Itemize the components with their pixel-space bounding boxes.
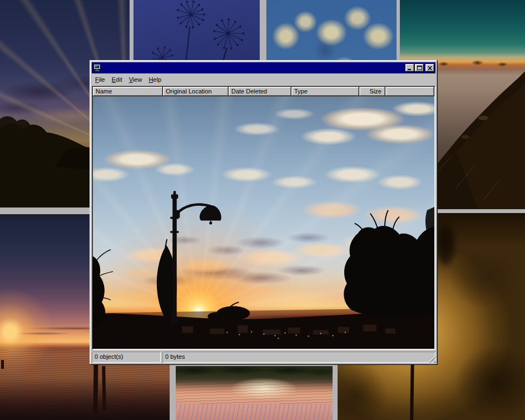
menu-edit[interactable]: Edit [108, 75, 126, 85]
status-byte-count: 0 bytes [162, 352, 435, 363]
street-lamp-silhouette [170, 191, 221, 323]
menu-bar: File Edit View Help [91, 74, 436, 85]
status-object-count: 0 object(s) [92, 352, 161, 363]
window-controls [405, 64, 434, 72]
photo-silhouettes [93, 96, 434, 349]
column-header-type[interactable]: Type [291, 87, 359, 96]
recycle-bin-window: File Edit View Help Name Original Locati… [90, 60, 438, 365]
maximize-button[interactable] [415, 64, 424, 72]
blue-ripple-streaks [176, 404, 333, 420]
umbel-head-1 [177, 1, 205, 28]
minimize-button[interactable] [405, 64, 414, 72]
desktop: { "window": { "title": "", "icon": "comp… [0, 0, 525, 420]
column-header-filler[interactable] [385, 87, 434, 96]
pole-silhouette [410, 358, 414, 420]
status-bar: 0 object(s) 0 bytes [92, 352, 435, 363]
computer-icon [93, 63, 102, 72]
column-header-original-location[interactable]: Original Location [163, 87, 229, 96]
column-header-name[interactable]: Name [93, 87, 163, 96]
maximize-icon [417, 66, 422, 70]
menu-help[interactable]: Help [145, 75, 165, 85]
title-bar[interactable] [92, 62, 435, 73]
umbel-head-2 [214, 19, 245, 50]
close-button[interactable] [425, 64, 434, 72]
minimize-icon [408, 66, 412, 70]
wallpaper-tile-water-reflection [176, 366, 333, 420]
column-header-row: Name Original Location Date Deleted Type… [93, 87, 434, 96]
wooden-pole [93, 365, 98, 414]
menu-file[interactable]: File [92, 75, 108, 85]
menu-view[interactable]: View [126, 75, 146, 85]
wooden-pole [1, 360, 4, 369]
street-lamp-sunset-photo [93, 96, 434, 349]
column-header-size[interactable]: Size [359, 87, 385, 96]
list-view[interactable]: Name Original Location Date Deleted Type… [92, 86, 435, 350]
water-ripples [176, 382, 333, 404]
column-header-date-deleted[interactable]: Date Deleted [229, 87, 291, 96]
right-trees-silhouette [344, 207, 434, 317]
close-icon [428, 66, 432, 70]
